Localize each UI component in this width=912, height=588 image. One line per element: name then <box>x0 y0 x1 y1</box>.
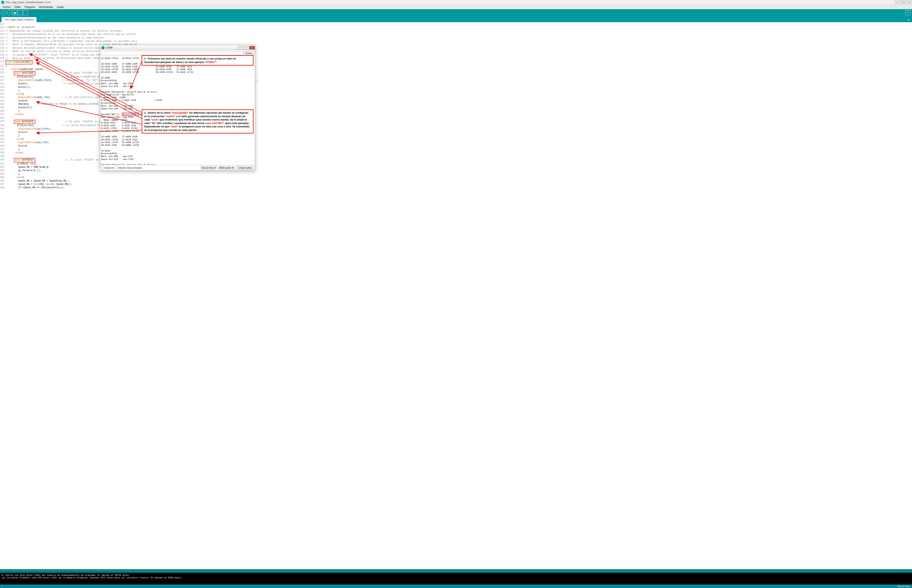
tab-bar: Tren_Lego_Duplo_Sofia20a ▾ <box>0 16 912 22</box>
menu-editar[interactable]: Editar <box>13 5 23 9</box>
editor-area: 211212//MANDO DE INFRAROJOS213// Dependi… <box>0 22 912 569</box>
window-title: Tren_Lego_Duplo_Sofia20a Arduino 1.8.10 <box>5 1 894 4</box>
serial-title: COM8 <box>106 46 237 49</box>
menu-bar: Archivo Editar Programa Herramientas Ayu… <box>0 5 912 9</box>
menu-herramientas[interactable]: Herramientas <box>37 5 55 9</box>
timestamp-checkbox[interactable]: Mostrar marca temporal <box>116 166 142 169</box>
serial-monitor-button[interactable]: 🔍 <box>906 10 910 15</box>
save-button[interactable]: ↓ <box>23 10 28 15</box>
serial-send-button[interactable]: Enviar <box>244 51 254 55</box>
menu-ayuda[interactable]: Ayuda <box>55 5 66 9</box>
sketch-tab[interactable]: Tren_Lego_Duplo_Sofia20a <box>2 17 37 22</box>
serial-footer: Autoscroll Mostrar marca temporal Nueva … <box>100 165 255 170</box>
toolbar: ✓ → ▦ ↑ ↓ 🔍 <box>0 9 912 16</box>
arduino-icon: ∞ <box>1 1 4 4</box>
board-status-bar: 1 Arduino Nano <box>0 585 912 588</box>
cursor-position: 1 <box>2 585 3 587</box>
new-button[interactable]: ▦ <box>12 10 17 15</box>
baud-select[interactable]: 9600 baudio <box>218 166 234 170</box>
menu-programa[interactable]: Programa <box>23 5 37 9</box>
serial-close-button[interactable]: ✕ <box>249 46 255 50</box>
board-label: Arduino Nano <box>897 585 910 587</box>
serial-maximize-button[interactable]: ☐ <box>244 46 249 50</box>
menu-archivo[interactable]: Archivo <box>1 5 13 9</box>
serial-minimize-button[interactable]: — <box>237 46 243 50</box>
upload-button[interactable]: → <box>6 10 12 15</box>
minimize-button[interactable]: — <box>895 1 900 4</box>
open-button[interactable]: ↑ <box>18 10 23 15</box>
close-button[interactable]: ✕ <box>907 1 912 4</box>
verify-button[interactable]: ✓ <box>1 10 6 15</box>
serial-input[interactable] <box>101 51 243 55</box>
clear-output-button[interactable]: Limpiar salida <box>236 166 254 170</box>
output-console[interactable]: El Sketch usa 9122 bytes (29%) del espac… <box>0 573 912 585</box>
arduino-icon <box>102 46 105 49</box>
window-titlebar: ∞ Tren_Lego_Duplo_Sofia20a Arduino 1.8.1… <box>0 0 912 5</box>
annotation-callout-2: 2 - Dentro de la rutina "translateIR()" … <box>142 109 253 134</box>
compile-status-bar <box>0 569 912 573</box>
tab-dropdown[interactable]: ▾ <box>907 18 910 22</box>
annotation-callout-1: 1 - Pulsamos una tecla en nuestro mando … <box>142 55 253 66</box>
maximize-button[interactable]: ☐ <box>901 1 906 4</box>
autoscroll-checkbox[interactable]: Autoscroll <box>102 166 114 169</box>
serial-titlebar: COM8 — ☐ ✕ <box>100 45 255 50</box>
line-ending-select[interactable]: Nueva línea <box>201 166 216 170</box>
